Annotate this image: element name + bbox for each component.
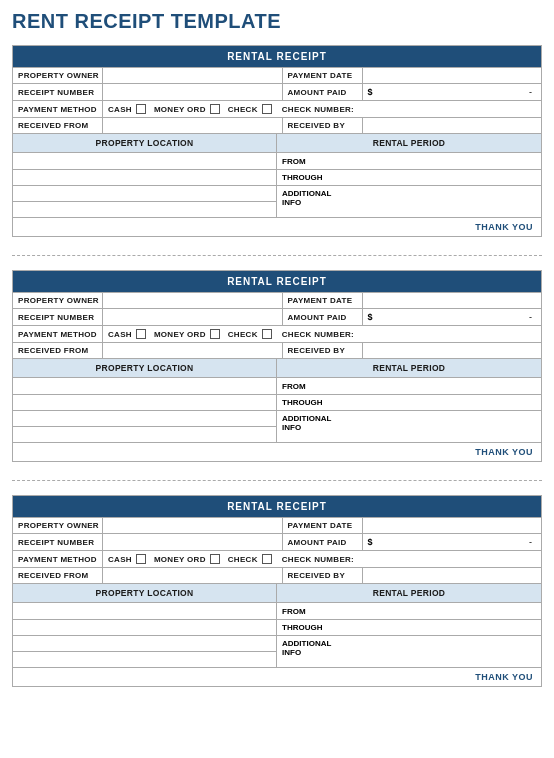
location-row-4-3[interactable] — [13, 651, 276, 667]
divider-1 — [12, 255, 542, 256]
label-received-by-1: RECEIVED BY — [283, 118, 363, 133]
value-received-from-1[interactable] — [103, 118, 283, 133]
check-checkbox-2[interactable] — [262, 329, 272, 339]
label-payment-date-3: PAYMENT DATE — [283, 518, 363, 533]
money-ord-checkbox-1[interactable] — [210, 104, 220, 114]
thank-you-text-2: THANK YOU — [475, 447, 533, 457]
label-receipt-number-3: RECEIPT NUMBER — [13, 534, 103, 550]
value-amount-paid-2[interactable]: $ - — [363, 309, 542, 325]
value-amount-paid-1[interactable]: $ - — [363, 84, 542, 100]
location-right-2: FROM THROUGH ADDITIONAL INFO — [277, 378, 541, 442]
location-body-2: FROM THROUGH ADDITIONAL INFO — [13, 377, 541, 442]
value-payment-date-2[interactable] — [363, 293, 542, 308]
label-receipt-number-1: RECEIPT NUMBER — [13, 84, 103, 100]
location-row-3-1[interactable] — [13, 185, 276, 201]
row-property-owner-2: PROPERTY OWNER PAYMENT DATE — [13, 292, 541, 308]
receipt-block-1: RENTAL RECEIPT PROPERTY OWNER PAYMENT DA… — [12, 45, 542, 237]
receipt-header-1: RENTAL RECEIPT — [13, 46, 541, 67]
money-ord-checkbox-3[interactable] — [210, 554, 220, 564]
dash-3: - — [529, 537, 536, 547]
value-property-owner-1[interactable] — [103, 68, 283, 83]
label-amount-paid-3: AMOUNT PAID — [283, 534, 363, 550]
row-property-owner-3: PROPERTY OWNER PAYMENT DATE — [13, 517, 541, 533]
period-header-3: RENTAL PERIOD — [277, 584, 541, 602]
cash-label-1: CASH — [108, 105, 132, 114]
thank-you-text-1: THANK YOU — [475, 222, 533, 232]
period-row-from-1: FROM — [277, 153, 541, 169]
row-payment-method-1: PAYMENT METHOD CASH MONEY ORD CHECK CHEC… — [13, 100, 541, 117]
thank-you-row-3: THANK YOU — [13, 667, 541, 686]
check-checkbox-1[interactable] — [262, 104, 272, 114]
label-property-owner-1: PROPERTY OWNER — [13, 68, 103, 83]
thank-you-text-3: THANK YOU — [475, 672, 533, 682]
check-number-label-3: CHECK NUMBER: — [282, 555, 354, 564]
cash-label-2: CASH — [108, 330, 132, 339]
label-receipt-number-2: RECEIPT NUMBER — [13, 309, 103, 325]
location-row-3-2[interactable] — [13, 410, 276, 426]
label-received-from-3: RECEIVED FROM — [13, 568, 103, 583]
from-label-3: FROM — [282, 607, 347, 616]
check-number-label-1: CHECK NUMBER: — [282, 105, 354, 114]
label-payment-method-1: PAYMENT METHOD — [13, 101, 103, 117]
divider-2 — [12, 480, 542, 481]
additional-info-label-1: ADDITIONAL INFO — [282, 189, 347, 207]
label-received-from-2: RECEIVED FROM — [13, 343, 103, 358]
location-row-1-3[interactable] — [13, 603, 276, 619]
label-payment-method-2: PAYMENT METHOD — [13, 326, 103, 342]
value-received-from-3[interactable] — [103, 568, 283, 583]
dash-1: - — [529, 87, 536, 97]
value-payment-method-3: CASH MONEY ORD CHECK CHECK NUMBER: — [103, 551, 541, 567]
period-row-from-2: FROM — [277, 378, 541, 394]
location-right-3: FROM THROUGH ADDITIONAL INFO — [277, 603, 541, 667]
location-header-2: PROPERTY LOCATION — [13, 359, 277, 377]
label-property-owner-2: PROPERTY OWNER — [13, 293, 103, 308]
money-ord-checkbox-2[interactable] — [210, 329, 220, 339]
value-property-owner-2[interactable] — [103, 293, 283, 308]
through-label-3: THROUGH — [282, 623, 347, 632]
location-row-3-3[interactable] — [13, 635, 276, 651]
value-receipt-number-1[interactable] — [103, 84, 283, 100]
location-row-1-2[interactable] — [13, 378, 276, 394]
location-row-2-3[interactable] — [13, 619, 276, 635]
cash-checkbox-3[interactable] — [136, 554, 146, 564]
value-amount-paid-3[interactable]: $ - — [363, 534, 542, 550]
check-checkbox-3[interactable] — [262, 554, 272, 564]
period-row-additional-2: ADDITIONAL INFO — [277, 410, 541, 435]
value-property-owner-3[interactable] — [103, 518, 283, 533]
location-row-4-2[interactable] — [13, 426, 276, 442]
receipt-block-2: RENTAL RECEIPT PROPERTY OWNER PAYMENT DA… — [12, 270, 542, 462]
location-row-2-1[interactable] — [13, 169, 276, 185]
row-payment-method-2: PAYMENT METHOD CASH MONEY ORD CHECK CHEC… — [13, 325, 541, 342]
dollar-sign-2: $ — [368, 312, 373, 322]
location-row-4-1[interactable] — [13, 201, 276, 217]
dollar-sign-1: $ — [368, 87, 373, 97]
label-received-by-2: RECEIVED BY — [283, 343, 363, 358]
value-received-from-2[interactable] — [103, 343, 283, 358]
row-property-owner-1: PROPERTY OWNER PAYMENT DATE — [13, 67, 541, 83]
cash-checkbox-2[interactable] — [136, 329, 146, 339]
section-headers-2: PROPERTY LOCATION RENTAL PERIOD — [13, 358, 541, 377]
label-amount-paid-1: AMOUNT PAID — [283, 84, 363, 100]
cash-checkbox-1[interactable] — [136, 104, 146, 114]
row-received-from-1: RECEIVED FROM RECEIVED BY — [13, 117, 541, 133]
row-payment-method-3: PAYMENT METHOD CASH MONEY ORD CHECK CHEC… — [13, 550, 541, 567]
row-received-from-3: RECEIVED FROM RECEIVED BY — [13, 567, 541, 583]
value-receipt-number-3[interactable] — [103, 534, 283, 550]
value-received-by-3[interactable] — [363, 568, 542, 583]
value-payment-method-1: CASH MONEY ORD CHECK CHECK NUMBER: — [103, 101, 541, 117]
value-payment-date-1[interactable] — [363, 68, 542, 83]
label-received-from-1: RECEIVED FROM — [13, 118, 103, 133]
value-receipt-number-2[interactable] — [103, 309, 283, 325]
label-amount-paid-2: AMOUNT PAID — [283, 309, 363, 325]
location-left-2 — [13, 378, 277, 442]
location-row-2-2[interactable] — [13, 394, 276, 410]
value-payment-date-3[interactable] — [363, 518, 542, 533]
through-label-2: THROUGH — [282, 398, 347, 407]
receipt-block-3: RENTAL RECEIPT PROPERTY OWNER PAYMENT DA… — [12, 495, 542, 687]
location-header-3: PROPERTY LOCATION — [13, 584, 277, 602]
value-received-by-1[interactable] — [363, 118, 542, 133]
location-row-1-1[interactable] — [13, 153, 276, 169]
value-received-by-2[interactable] — [363, 343, 542, 358]
value-payment-method-2: CASH MONEY ORD CHECK CHECK NUMBER: — [103, 326, 541, 342]
check-label-3: CHECK — [228, 555, 258, 564]
